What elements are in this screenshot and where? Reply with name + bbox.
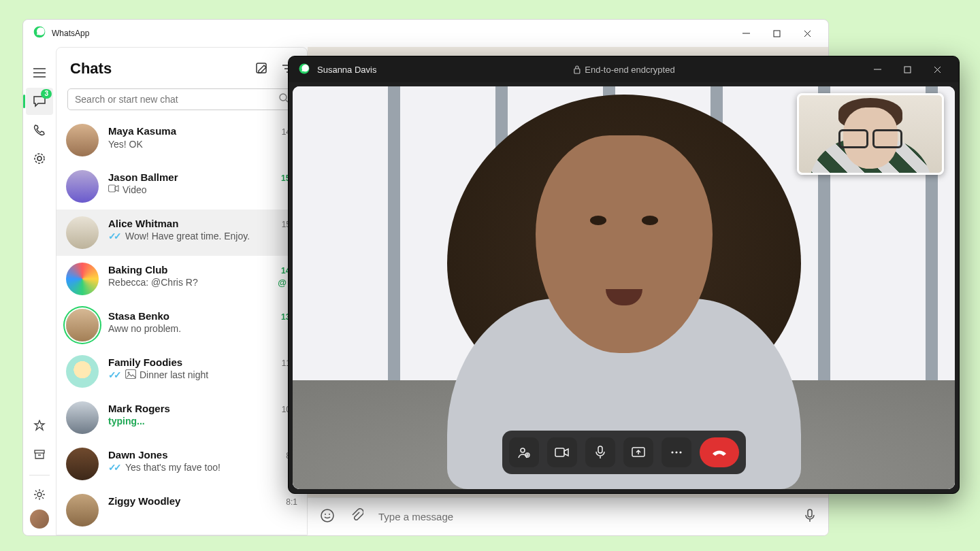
remote-person — [406, 88, 842, 489]
archived-tab[interactable] — [26, 441, 53, 468]
photo-icon — [125, 369, 136, 380]
svg-point-2 — [35, 154, 44, 163]
attach-button[interactable] — [350, 508, 363, 526]
chat-name: Mark Rogers — [108, 403, 170, 414]
chat-preview-row: Rebecca: @Chris R?@ — [108, 277, 297, 288]
svg-rect-17 — [904, 67, 911, 73]
lock-icon — [572, 65, 581, 74]
message-input[interactable] — [378, 511, 789, 522]
whatsapp-logo-icon — [298, 63, 310, 77]
archive-icon — [33, 448, 46, 461]
chat-item[interactable]: Alice Whitman15:1✓✓Wow! Have great time.… — [56, 210, 307, 256]
share-screen-button[interactable] — [623, 437, 653, 467]
hangup-icon — [711, 448, 728, 456]
minimize-button[interactable] — [731, 20, 762, 47]
video-camera-icon — [555, 447, 570, 458]
maximize-button[interactable] — [762, 20, 792, 47]
chat-preview: Dinner last night — [140, 369, 208, 380]
svg-point-12 — [325, 514, 326, 515]
svg-point-3 — [37, 156, 42, 161]
calls-tab[interactable] — [26, 116, 53, 144]
add-participant-button[interactable] — [509, 437, 539, 467]
search-field[interactable] — [67, 88, 296, 110]
svg-rect-21 — [598, 446, 602, 453]
chats-tab[interactable]: 3 — [26, 88, 53, 115]
svg-point-5 — [37, 492, 42, 497]
new-chat-button[interactable] — [255, 62, 269, 76]
self-video-pip[interactable] — [797, 93, 944, 175]
chat-avatar — [66, 216, 99, 249]
profile-avatar[interactable] — [30, 510, 49, 529]
chat-list[interactable]: Maya Kasuma14:5Yes! OKJason Ballmer15:2V… — [56, 117, 307, 535]
chat-preview: Video — [122, 184, 147, 195]
ellipsis-icon — [670, 450, 683, 454]
chat-preview: Yes that's my fave too! — [125, 462, 220, 473]
mic-icon — [595, 446, 606, 459]
toggle-camera-button[interactable] — [547, 437, 577, 467]
status-tab[interactable] — [26, 145, 53, 172]
mention-icon: @ — [278, 278, 287, 288]
call-minimize-button[interactable] — [862, 56, 892, 82]
search-input[interactable] — [75, 94, 279, 105]
encryption-indicator: End-to-end endcrypted — [572, 65, 674, 75]
svg-rect-8 — [109, 185, 116, 192]
chat-preview-row: typing... — [108, 416, 297, 427]
rail-divider — [29, 475, 50, 475]
call-close-button[interactable] — [922, 56, 952, 82]
voice-message-button[interactable] — [804, 508, 816, 526]
chat-name: Family Foodies — [108, 356, 182, 368]
svg-point-7 — [280, 94, 287, 101]
star-icon — [33, 420, 46, 432]
svg-rect-16 — [574, 69, 579, 73]
chat-avatar — [66, 263, 99, 295]
call-window[interactable]: Susanna Davis End-to-end endcrypted — [288, 56, 960, 494]
chat-item[interactable]: Jason Ballmer15:2Video — [56, 163, 307, 210]
menu-button[interactable] — [26, 59, 53, 86]
chat-preview: Aww no problem. — [108, 323, 181, 334]
person-add-icon — [517, 446, 531, 459]
chat-name: Dawn Jones — [108, 449, 168, 461]
call-maximize-button[interactable] — [892, 56, 922, 82]
remote-video — [293, 86, 955, 489]
chat-item[interactable]: Mark Rogers10:5typing... — [56, 395, 307, 441]
chat-name: Alice Whitman — [108, 218, 178, 229]
toggle-mic-button[interactable] — [585, 437, 615, 467]
nav-rail: 3 — [23, 47, 56, 535]
chat-preview-row: Aww no problem. — [108, 323, 297, 334]
svg-point-23 — [671, 451, 673, 453]
screen-share-icon — [632, 446, 645, 458]
chats-heading: Chats — [70, 60, 112, 78]
call-titlebar[interactable]: Susanna Davis End-to-end endcrypted — [289, 56, 959, 82]
chat-item[interactable]: Baking Club14:4Rebecca: @Chris R?@ — [56, 256, 307, 302]
chat-preview: Yes! OK — [108, 139, 143, 150]
whatsapp-logo-icon — [33, 25, 46, 41]
phone-icon — [33, 124, 46, 136]
titlebar[interactable]: WhatsApp — [23, 20, 828, 47]
emoji-button[interactable] — [320, 508, 335, 526]
double-check-icon: ✓✓ — [108, 462, 119, 473]
chat-preview-row: ✓✓Dinner last night — [108, 369, 297, 380]
close-button[interactable] — [792, 20, 823, 47]
more-options-button[interactable] — [662, 437, 691, 467]
paperclip-icon — [350, 508, 363, 523]
chat-item[interactable]: Family Foodies11:2✓✓Dinner last night — [56, 348, 307, 395]
svg-rect-14 — [808, 510, 812, 517]
chat-item[interactable]: Stasa Benko13:5Aww no problem. — [56, 302, 307, 348]
starred-tab[interactable] — [26, 412, 53, 439]
chat-preview-row: ✓✓Wow! Have great time. Enjoy. — [108, 231, 297, 241]
svg-rect-20 — [555, 448, 564, 456]
chat-item[interactable]: Dawn Jones8:3✓✓Yes that's my fave too! — [56, 441, 307, 487]
compose-icon — [255, 62, 269, 76]
chat-item[interactable]: Maya Kasuma14:5Yes! OK — [56, 117, 307, 163]
end-call-button[interactable] — [700, 437, 739, 467]
call-peer-name: Susanna Davis — [317, 65, 376, 75]
search-icon — [279, 93, 289, 105]
chat-item[interactable]: Ziggy Woodley8:1 — [56, 487, 307, 533]
chat-avatar — [66, 355, 99, 388]
settings-button[interactable] — [26, 481, 53, 508]
chat-avatar — [66, 124, 99, 156]
chat-avatar — [66, 448, 99, 480]
chat-name: Jason Ballmer — [108, 171, 178, 183]
chat-name: Baking Club — [108, 264, 168, 276]
svg-point-25 — [679, 451, 681, 453]
